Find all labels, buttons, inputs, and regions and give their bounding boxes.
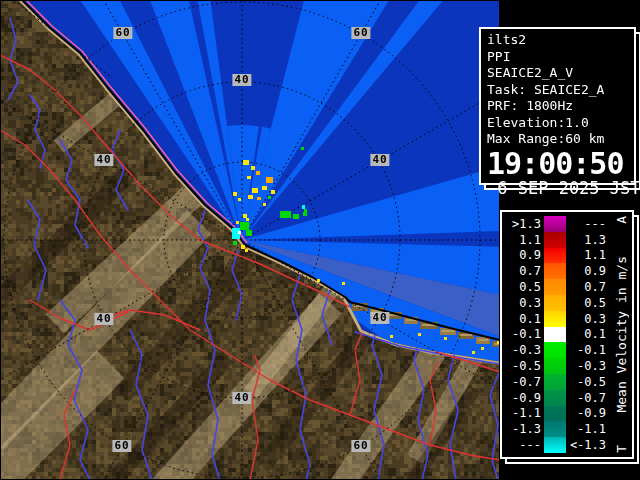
legend-right-label: 0.3 bbox=[566, 312, 606, 326]
legend-row: 0.70.9 bbox=[505, 263, 609, 279]
legend-color-cell bbox=[544, 358, 566, 374]
legend-right-label: -0.9 bbox=[566, 406, 606, 420]
legend-right-label: 0.5 bbox=[566, 296, 606, 310]
clock-date: 6 SEP 2025 JST bbox=[487, 179, 634, 197]
legend-color-cell bbox=[544, 390, 566, 406]
legend-row: 0.30.5 bbox=[505, 295, 609, 311]
legend-axis-bottom-letter: T bbox=[614, 445, 629, 453]
legend-left-label: -1.3 bbox=[505, 422, 541, 436]
legend-left-label: 0.9 bbox=[505, 248, 541, 262]
legend-right-label: --- bbox=[566, 217, 606, 231]
legend-row: -0.7-0.5 bbox=[505, 374, 609, 390]
legend-color-cell bbox=[544, 327, 566, 343]
legend-row: 0.91.1 bbox=[505, 248, 609, 264]
product-name: SEAICE2_A_V bbox=[487, 65, 634, 82]
legend-left-label: >1.3 bbox=[505, 217, 541, 231]
scan-mode: PPI bbox=[487, 49, 634, 66]
range-ring-label: 40 bbox=[232, 392, 251, 404]
legend-row: -1.3-1.1 bbox=[505, 421, 609, 437]
legend-row: >1.3--- bbox=[505, 216, 609, 232]
legend-left-label: -1.1 bbox=[505, 406, 541, 420]
legend-color-cell bbox=[544, 279, 566, 295]
legend-right-label: 1.1 bbox=[566, 248, 606, 262]
task-name: Task: SEAICE2_A bbox=[487, 82, 634, 99]
legend-left-label: 0.5 bbox=[505, 280, 541, 294]
range-ring-label: 40 bbox=[94, 313, 113, 325]
range-ring-label: 60 bbox=[351, 440, 370, 452]
radar-display: 60604040404040406060 bbox=[0, 0, 500, 480]
legend-row: -1.1-0.9 bbox=[505, 406, 609, 422]
legend-right-label: 1.3 bbox=[566, 233, 606, 247]
legend-left-label: -0.5 bbox=[505, 359, 541, 373]
radar-application-screen: { "info_panel": { "lines": ["ilts2","PPI… bbox=[0, 0, 640, 480]
legend-right-label: -0.5 bbox=[566, 375, 606, 389]
legend-right-label: 0.1 bbox=[566, 327, 606, 341]
legend-left-label: -0.7 bbox=[505, 375, 541, 389]
range-ring-label: 40 bbox=[370, 312, 389, 324]
legend-row: 0.50.7 bbox=[505, 279, 609, 295]
legend-axis-top-letter: A bbox=[614, 216, 629, 224]
legend-left-label: 1.1 bbox=[505, 233, 541, 247]
legend-row: 0.10.3 bbox=[505, 311, 609, 327]
legend-left-label: -0.9 bbox=[505, 391, 541, 405]
legend-axis-column: A Mean Velocity in m/s T bbox=[611, 216, 631, 453]
legend-left-label: -0.1 bbox=[505, 327, 541, 341]
range-ring-label: 40 bbox=[370, 154, 389, 166]
legend-color-cell bbox=[544, 374, 566, 390]
legend-left-label: 0.1 bbox=[505, 312, 541, 326]
legend-row: 1.11.3 bbox=[505, 232, 609, 248]
legend-left-label: --- bbox=[505, 438, 541, 452]
clock-time: 19:00:50 bbox=[487, 148, 634, 179]
legend-row: ---<-1.3 bbox=[505, 437, 609, 453]
legend-color-cell bbox=[544, 232, 566, 248]
legend-axis-title: Mean Velocity in m/s bbox=[614, 256, 629, 413]
legend-row: -0.9-0.7 bbox=[505, 390, 609, 406]
legend-left-label: -0.3 bbox=[505, 343, 541, 357]
legend-right-label: -1.1 bbox=[566, 422, 606, 436]
legend-color-cell bbox=[544, 311, 566, 327]
site-id: ilts2 bbox=[487, 32, 634, 49]
legend-right-label: -0.7 bbox=[566, 391, 606, 405]
legend-right-label: 0.7 bbox=[566, 280, 606, 294]
legend-right-label: <-1.3 bbox=[566, 438, 606, 452]
legend-color-cell bbox=[544, 342, 566, 358]
legend-color-cell bbox=[544, 248, 566, 264]
legend-row: -0.10.1 bbox=[505, 327, 609, 343]
legend-left-label: 0.3 bbox=[505, 296, 541, 310]
legend-color-cell bbox=[544, 216, 566, 232]
legend-color-cell bbox=[544, 295, 566, 311]
legend-row: -0.5-0.3 bbox=[505, 358, 609, 374]
range-ring-label: 40 bbox=[94, 154, 113, 166]
legend-color-cell bbox=[544, 437, 566, 453]
legend-color-scale: >1.3---1.11.30.91.10.70.90.50.70.30.50.1… bbox=[505, 216, 609, 453]
velocity-legend-panel: >1.3---1.11.30.91.10.70.90.50.70.30.50.1… bbox=[500, 210, 634, 459]
elevation-value: Elevation:1.0 bbox=[487, 115, 634, 132]
prf-value: PRF: 1800Hz bbox=[487, 98, 634, 115]
range-ring-label: 40 bbox=[232, 74, 251, 86]
legend-color-cell bbox=[544, 406, 566, 422]
range-ring-label: 60 bbox=[112, 440, 131, 452]
ppi-map-canvas bbox=[0, 0, 500, 480]
legend-left-label: 0.7 bbox=[505, 264, 541, 278]
legend-row: -0.3-0.1 bbox=[505, 342, 609, 358]
legend-right-label: 0.9 bbox=[566, 264, 606, 278]
legend-right-label: -0.3 bbox=[566, 359, 606, 373]
range-ring-label: 60 bbox=[113, 27, 132, 39]
range-ring-label: 60 bbox=[351, 27, 370, 39]
legend-color-cell bbox=[544, 421, 566, 437]
legend-color-cell bbox=[544, 263, 566, 279]
legend-right-label: -0.1 bbox=[566, 343, 606, 357]
scan-info-panel: ilts2 PPI SEAICE2_A_V Task: SEAICE2_A PR… bbox=[479, 27, 636, 185]
